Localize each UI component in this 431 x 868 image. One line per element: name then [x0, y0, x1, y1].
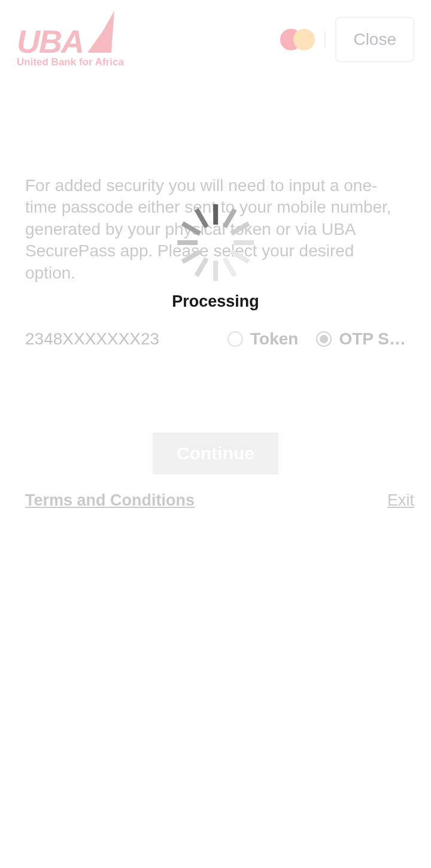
- processing-label: Processing: [172, 292, 259, 311]
- phone-number: 2348XXXXXXX23: [25, 329, 210, 349]
- radio-label-otp: OTP S…: [339, 329, 406, 349]
- divider: [324, 31, 326, 48]
- options-row: 2348XXXXXXX23 Token OTP S…: [25, 329, 406, 349]
- processing-indicator: Processing: [172, 204, 259, 311]
- header-right: Close: [280, 17, 414, 62]
- bank-logo: UBA United Bank for Africa: [17, 11, 124, 68]
- radio-icon: [227, 331, 243, 347]
- spinner-icon: [177, 204, 254, 282]
- radio-icon-selected: [316, 331, 332, 347]
- close-button[interactable]: Close: [335, 17, 414, 62]
- logo-tagline: United Bank for Africa: [17, 56, 124, 68]
- continue-button[interactable]: Continue: [153, 433, 278, 474]
- terms-link[interactable]: Terms and Conditions: [25, 491, 195, 510]
- exit-link[interactable]: Exit: [387, 491, 414, 510]
- radio-option-otp[interactable]: OTP S…: [316, 329, 406, 349]
- radio-option-token[interactable]: Token: [227, 329, 298, 349]
- radio-label-token: Token: [250, 329, 298, 349]
- logo-text: UBA: [17, 23, 83, 60]
- footer-links: Terms and Conditions Exit: [0, 474, 431, 510]
- mastercard-icon: [280, 29, 315, 50]
- header: UBA United Bank for Africa Close: [0, 0, 431, 79]
- logo-mark-icon: [84, 11, 114, 53]
